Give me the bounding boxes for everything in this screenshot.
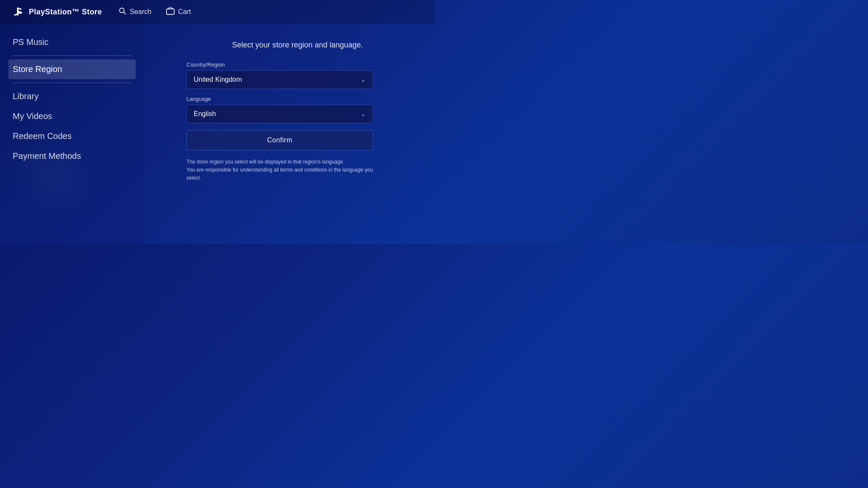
sidebar-item-ps-music[interactable]: PS Music — [13, 32, 131, 52]
search-nav-item[interactable]: Search — [119, 7, 151, 17]
cart-icon — [166, 7, 175, 17]
svg-line-1 — [124, 12, 126, 14]
chevron-down-icon-2: ⌄ — [361, 111, 366, 117]
country-label: Country/Region — [186, 61, 373, 68]
country-value: United Kingdom — [194, 76, 242, 83]
cart-label: Cart — [178, 8, 191, 16]
confirm-button[interactable]: Confirm — [186, 130, 373, 150]
page-subtitle: Select your store region and language. — [232, 41, 363, 50]
language-dropdown[interactable]: English ⌄ — [186, 105, 373, 123]
header: PlayStation™ Store Search Cart — [0, 0, 434, 24]
sidebar-item-library[interactable]: Library — [13, 86, 131, 106]
logo-area[interactable]: PlayStation™ Store — [13, 6, 102, 18]
search-icon — [119, 7, 126, 17]
sidebar-item-redeem-codes[interactable]: Redeem Codes — [13, 126, 131, 146]
chevron-down-icon: ⌄ — [361, 76, 366, 83]
playstation-icon — [13, 6, 25, 18]
sidebar-divider-2 — [13, 83, 131, 83]
content-area: Select your store region and language. C… — [144, 24, 434, 242]
sidebar-divider-1 — [13, 55, 131, 56]
disclaimer-line-2: You are responsible for understanding al… — [186, 167, 373, 181]
sidebar-item-payment-methods[interactable]: Payment Methods — [13, 146, 131, 166]
search-label: Search — [130, 8, 151, 16]
disclaimer-text: The store region you select will be disp… — [186, 158, 373, 183]
header-nav: Search Cart — [119, 7, 191, 17]
main-layout: PS Music Store Region Library My Videos … — [0, 24, 434, 242]
svg-rect-2 — [167, 9, 174, 14]
sidebar-item-my-videos[interactable]: My Videos — [13, 106, 131, 126]
sidebar-item-store-region[interactable]: Store Region — [8, 59, 136, 79]
country-dropdown[interactable]: United Kingdom ⌄ — [186, 70, 373, 89]
disclaimer-line-1: The store region you select will be disp… — [186, 159, 345, 165]
language-value: English — [194, 110, 216, 118]
form-container: Country/Region United Kingdom ⌄ Language… — [186, 61, 373, 183]
cart-nav-item[interactable]: Cart — [166, 7, 191, 17]
language-label: Language — [186, 96, 373, 102]
store-title: PlayStation™ Store — [29, 8, 102, 17]
sidebar: PS Music Store Region Library My Videos … — [0, 24, 144, 242]
